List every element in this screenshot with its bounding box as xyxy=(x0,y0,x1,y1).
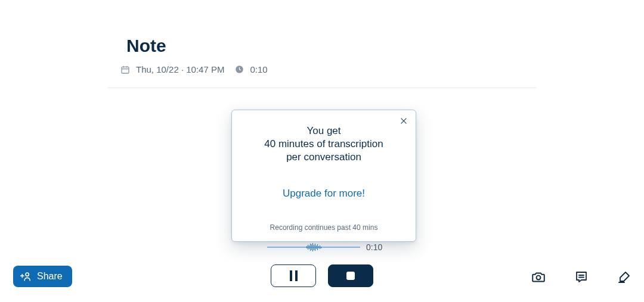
waveform-time: 0:10 xyxy=(366,242,382,252)
chat-icon[interactable] xyxy=(572,268,590,286)
popover-subtext: Recording continues past 40 mins xyxy=(245,223,402,232)
camera-icon[interactable] xyxy=(530,268,547,286)
popover-line-2: 40 minutes of transcription xyxy=(245,138,402,151)
calendar-icon xyxy=(120,65,130,74)
note-duration: 0:10 xyxy=(250,64,267,74)
share-label: Share xyxy=(37,271,63,282)
svg-point-10 xyxy=(537,276,541,280)
right-action-bar xyxy=(530,268,633,286)
popover-line-3: per conversation xyxy=(245,151,402,164)
highlight-icon[interactable] xyxy=(615,268,633,286)
add-user-icon xyxy=(20,270,32,282)
waveform[interactable] xyxy=(267,243,360,251)
stop-icon xyxy=(346,272,355,280)
popover-line-1: You get xyxy=(245,124,402,138)
clock-icon xyxy=(235,65,244,74)
stop-button[interactable] xyxy=(328,264,373,287)
svg-rect-0 xyxy=(122,67,129,73)
upgrade-link[interactable]: Upgrade for more! xyxy=(245,188,402,200)
pause-icon xyxy=(290,270,298,281)
transcription-limit-popover: You get 40 minutes of transcription per … xyxy=(231,110,416,242)
svg-point-7 xyxy=(26,273,29,276)
waveform-row: 0:10 xyxy=(267,242,382,252)
share-button[interactable]: Share xyxy=(13,266,72,287)
pause-button[interactable] xyxy=(271,264,316,287)
divider xyxy=(107,88,537,88)
note-datetime: Thu, 10/22 · 10:47 PM xyxy=(136,64,224,74)
note-title[interactable]: Note xyxy=(126,36,537,56)
note-meta: Thu, 10/22 · 10:47 PM 0:10 xyxy=(120,64,537,74)
note-header: Note Thu, 10/22 · 10:47 PM 0:10 xyxy=(107,36,537,88)
close-icon[interactable] xyxy=(398,115,410,127)
